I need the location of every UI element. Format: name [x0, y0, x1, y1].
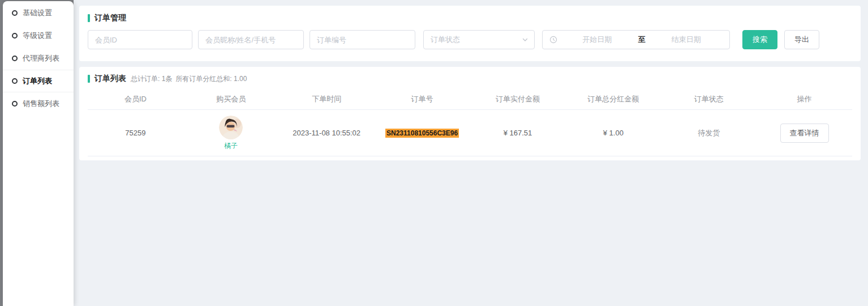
circle-icon	[12, 33, 18, 39]
member-id-input[interactable]	[88, 30, 192, 49]
col-order-time: 下单时间	[279, 94, 375, 104]
table-header-row: 会员ID 购买会员 下单时间 订单号 订单实付金额 订单总分红金额 订单状态 操…	[88, 88, 852, 110]
cell-paid-amount: ¥ 167.51	[470, 129, 566, 137]
orders-dividend-summary: 所有订单分红总和: 1.00	[175, 74, 247, 84]
cell-order-time: 2023-11-08 10:55:02	[279, 129, 375, 137]
orders-table: 会员ID 购买会员 下单时间 订单号 订单实付金额 订单总分红金额 订单状态 操…	[79, 88, 861, 156]
sidebar-menu: 基础设置 等级设置 代理商列表 订单列表 销售额列表	[3, 2, 74, 115]
clock-icon	[549, 36, 557, 44]
cell-member-id: 75259	[88, 129, 183, 137]
cell-buyer: 橘子	[183, 116, 279, 151]
title-accent-bar	[88, 75, 90, 83]
date-range-picker[interactable]: 开始日期 至 结束日期	[542, 30, 730, 49]
col-member-id: 会员ID	[88, 94, 183, 104]
order-list-section-title: 订单列表 总计订单: 1条 所有订单分红总和: 1.00	[79, 74, 861, 84]
cell-dividend-amount: ¥ 1.00	[565, 129, 661, 137]
sidebar-item-basic-settings[interactable]: 基础设置	[3, 2, 74, 24]
cell-order-no: SN23110810556C3E96	[375, 129, 470, 138]
app: 基础设置 等级设置 代理商列表 订单列表 销售额列表	[0, 0, 868, 306]
main-content: 订单管理 订单状态	[74, 0, 868, 306]
col-order-status: 订单状态	[661, 94, 757, 104]
sidebar-item-agent-list[interactable]: 代理商列表	[3, 47, 74, 70]
sidebar-item-label: 订单列表	[23, 76, 52, 86]
col-actions: 操作	[757, 94, 852, 104]
cell-actions: 查看详情	[757, 124, 852, 143]
title-accent-bar	[88, 14, 90, 22]
col-order-no: 订单号	[375, 94, 470, 104]
date-separator: 至	[635, 35, 649, 45]
export-button[interactable]: 导出	[784, 30, 819, 49]
circle-icon	[12, 10, 18, 16]
order-status-placeholder: 订单状态	[431, 35, 460, 45]
filter-title: 订单管理	[94, 13, 126, 23]
sidebar-item-label: 代理商列表	[23, 53, 59, 63]
start-date-input[interactable]: 开始日期	[560, 35, 635, 45]
orders-total-summary: 总计订单: 1条	[131, 74, 172, 84]
order-list-card: 订单列表 总计订单: 1条 所有订单分红总和: 1.00 会员ID 购买会员 下…	[79, 67, 861, 160]
sidebar-item-sales-list[interactable]: 销售额列表	[3, 92, 74, 115]
view-details-button[interactable]: 查看详情	[780, 124, 829, 143]
member-info-input[interactable]	[198, 30, 304, 49]
circle-icon	[12, 56, 18, 61]
circle-icon	[12, 78, 18, 84]
search-button[interactable]: 搜索	[742, 30, 777, 49]
sidebar-item-label: 基础设置	[23, 8, 52, 18]
chevron-down-icon	[522, 36, 528, 43]
cell-order-status: 待发货	[661, 128, 757, 138]
col-buyer: 购买会员	[183, 94, 279, 104]
table-row: 75259	[88, 110, 852, 156]
col-paid-amount: 订单实付金额	[470, 94, 566, 104]
sidebar-panel: 基础设置 等级设置 代理商列表 订单列表 销售额列表	[3, 1, 74, 306]
filter-card: 订单管理 订单状态	[79, 6, 861, 61]
filter-row: 订单状态 开始日期 至	[88, 30, 852, 49]
sidebar-item-label: 等级设置	[23, 31, 52, 41]
order-no-input[interactable]	[310, 30, 415, 49]
end-date-input[interactable]: 结束日期	[649, 35, 724, 45]
filter-section-title: 订单管理	[88, 13, 852, 23]
sidebar: 基础设置 等级设置 代理商列表 订单列表 销售额列表	[0, 0, 74, 306]
sidebar-item-level-settings[interactable]: 等级设置	[3, 24, 74, 47]
sidebar-item-label: 销售额列表	[23, 99, 59, 109]
circle-icon	[12, 101, 18, 107]
order-no-highlight: SN23110810556C3E96	[385, 129, 459, 138]
buyer-name[interactable]: 橘子	[224, 141, 238, 151]
order-status-select[interactable]: 订单状态	[423, 30, 535, 49]
col-dividend-amount: 订单总分红金额	[565, 94, 661, 104]
avatar[interactable]	[219, 116, 243, 139]
sidebar-item-order-list[interactable]: 订单列表	[3, 70, 74, 92]
order-list-title: 订单列表	[94, 74, 126, 84]
